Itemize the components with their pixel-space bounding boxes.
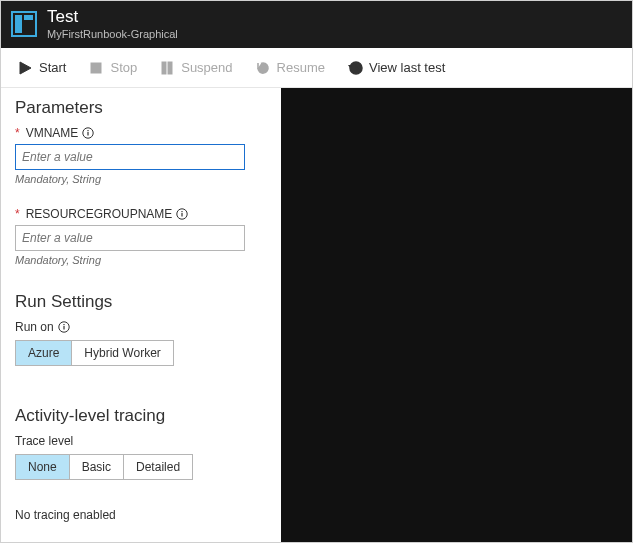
svg-rect-12 — [182, 213, 183, 217]
trace-level-label: Trace level — [15, 434, 267, 448]
activity-tracing-section: Activity-level tracing Trace level None … — [15, 406, 267, 522]
resume-label: Resume — [277, 60, 325, 75]
field-resourcegroupname: * RESOURCEGROUPNAME Mandatory, String — [15, 207, 267, 266]
svg-rect-5 — [162, 62, 166, 74]
info-icon[interactable] — [58, 321, 70, 333]
trace-level-basic[interactable]: Basic — [70, 454, 124, 480]
play-icon — [17, 60, 33, 76]
svg-rect-16 — [63, 324, 64, 325]
trace-level-detailed[interactable]: Detailed — [124, 454, 193, 480]
vmname-input[interactable] — [15, 144, 245, 170]
rgname-label-row: * RESOURCEGROUPNAME — [15, 207, 267, 221]
history-icon — [347, 60, 363, 76]
parameters-heading: Parameters — [15, 98, 267, 118]
run-on-selector: Azure Hybrid Worker — [15, 340, 267, 366]
resume-button: Resume — [245, 48, 335, 88]
required-marker: * — [15, 126, 20, 140]
vmname-label: VMNAME — [26, 126, 79, 140]
view-last-test-label: View last test — [369, 60, 445, 75]
run-on-label-row: Run on — [15, 320, 267, 334]
view-last-test-button[interactable]: View last test — [337, 48, 455, 88]
header: Test MyFirstRunbook-Graphical — [1, 1, 632, 48]
vmname-hint: Mandatory, String — [15, 173, 267, 185]
svg-rect-9 — [88, 132, 89, 136]
suspend-button: Suspend — [149, 48, 242, 88]
run-on-azure[interactable]: Azure — [15, 340, 72, 366]
page-title: Test — [47, 7, 178, 27]
svg-rect-4 — [91, 63, 101, 73]
activity-tracing-heading: Activity-level tracing — [15, 406, 267, 426]
settings-panel: Parameters * VMNAME Mandatory, String * … — [1, 88, 281, 542]
resume-icon — [255, 60, 271, 76]
svg-rect-15 — [63, 326, 64, 330]
tracing-message: No tracing enabled — [15, 508, 267, 522]
run-on-label: Run on — [15, 320, 54, 334]
stop-icon — [88, 60, 104, 76]
info-icon[interactable] — [176, 208, 188, 220]
svg-rect-1 — [15, 15, 22, 33]
start-label: Start — [39, 60, 66, 75]
info-icon[interactable] — [82, 127, 94, 139]
rgname-label: RESOURCEGROUPNAME — [26, 207, 173, 221]
run-on-hybrid-worker[interactable]: Hybrid Worker — [72, 340, 173, 366]
output-panel — [281, 88, 632, 542]
suspend-label: Suspend — [181, 60, 232, 75]
svg-rect-10 — [88, 130, 89, 131]
required-marker: * — [15, 207, 20, 221]
test-pane: Test MyFirstRunbook-Graphical Start Stop… — [0, 0, 633, 543]
svg-rect-13 — [182, 211, 183, 212]
svg-rect-6 — [168, 62, 172, 74]
body: Parameters * VMNAME Mandatory, String * … — [1, 88, 632, 542]
trace-level-none[interactable]: None — [15, 454, 70, 480]
stop-label: Stop — [110, 60, 137, 75]
toolbar: Start Stop Suspend Resume View last test — [1, 48, 632, 88]
field-vmname: * VMNAME Mandatory, String — [15, 126, 267, 185]
page-subtitle: MyFirstRunbook-Graphical — [47, 28, 178, 41]
svg-marker-3 — [20, 62, 31, 74]
svg-rect-2 — [24, 15, 33, 20]
start-button[interactable]: Start — [7, 48, 76, 88]
runbook-icon — [11, 11, 37, 37]
trace-level-selector: None Basic Detailed — [15, 454, 267, 480]
stop-button: Stop — [78, 48, 147, 88]
rgname-hint: Mandatory, String — [15, 254, 267, 266]
run-settings-section: Run Settings Run on Azure Hybrid Worker — [15, 292, 267, 366]
run-settings-heading: Run Settings — [15, 292, 267, 312]
header-titles: Test MyFirstRunbook-Graphical — [47, 7, 178, 40]
vmname-label-row: * VMNAME — [15, 126, 267, 140]
resourcegroupname-input[interactable] — [15, 225, 245, 251]
pause-icon — [159, 60, 175, 76]
